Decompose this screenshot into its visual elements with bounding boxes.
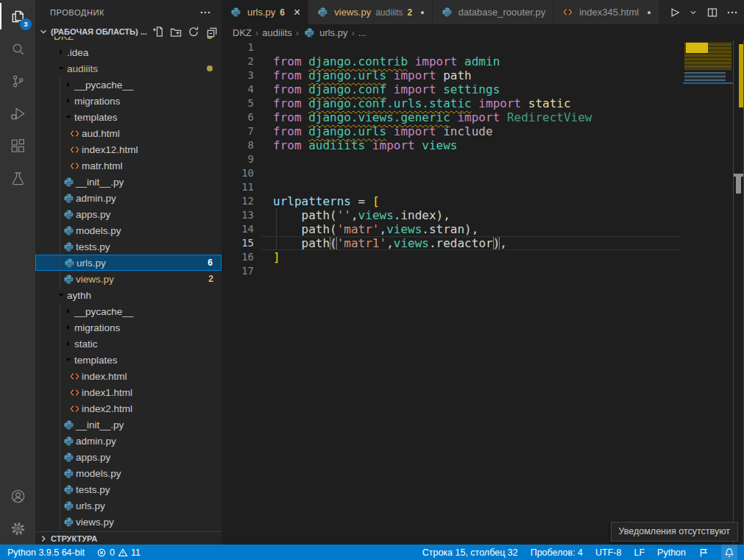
code-line[interactable]: 16]	[222, 250, 744, 264]
tree-item-.idea[interactable]: .idea	[35, 44, 222, 60]
tree-item-aud.html[interactable]: aud.html	[35, 125, 222, 141]
tree-item-admin.py[interactable]: admin.py	[35, 433, 222, 449]
tab-database_roouter.py[interactable]: database_roouter.py	[433, 0, 554, 24]
tab-urls.py[interactable]: urls.py6×	[222, 0, 308, 24]
close-icon[interactable]: ×	[294, 7, 300, 18]
tree-item-templates[interactable]: templates	[35, 109, 222, 125]
run-dropdown-icon[interactable]	[688, 7, 698, 18]
explorer-badge: 3	[20, 18, 32, 30]
breadcrumb-item-audiiits[interactable]: audiiits	[262, 27, 291, 38]
new-folder-icon[interactable]	[170, 26, 182, 38]
activity-run-debug[interactable]	[0, 97, 35, 130]
tree-item-views.py[interactable]: views.py2	[35, 271, 222, 287]
scrollbar[interactable]	[733, 40, 744, 545]
tree-item-models.py[interactable]: models.py	[35, 222, 222, 238]
tree-item-label: models.py	[76, 225, 121, 236]
tree-item-audiiits[interactable]: audiiits	[35, 60, 222, 77]
encoding-item[interactable]: UTF-8	[595, 545, 621, 560]
feedback-icon	[698, 547, 709, 558]
code-line[interactable]: 11	[222, 180, 744, 194]
eol-item[interactable]: LF	[634, 545, 645, 560]
code-line[interactable]: 5from django.conf.urls.static import sta…	[222, 96, 744, 110]
tree-item-tests.py[interactable]: tests.py	[35, 481, 222, 497]
tree-item-label: urls.py	[76, 500, 105, 511]
split-editor-icon[interactable]	[706, 7, 718, 18]
indentation-item[interactable]: Пробелов: 4	[531, 545, 583, 560]
tree-item-admin.py[interactable]: admin.py	[35, 190, 222, 206]
activity-search[interactable]	[0, 32, 35, 65]
tree-item-migrations[interactable]: migrations	[35, 319, 222, 336]
run-button-icon[interactable]	[668, 7, 680, 18]
tree-item-index2.html[interactable]: index2.html	[35, 400, 222, 417]
code-token: 'matr1'	[337, 236, 386, 250]
code-line[interactable]: 7from django.urls import include	[222, 124, 744, 138]
html-file-icon	[68, 129, 82, 138]
activity-testing[interactable]	[0, 162, 35, 194]
tree-item-models.py[interactable]: models.py	[35, 465, 222, 481]
code-line[interactable]: 14 path('matr',views.stran),	[222, 222, 744, 236]
tree-item-__init__.py[interactable]: __init__.py	[35, 174, 222, 190]
new-file-icon[interactable]	[152, 26, 164, 38]
tree-item-index1.html[interactable]: index1.html	[35, 384, 222, 400]
code-line[interactable]: 12urlpatterns = [	[222, 194, 744, 208]
problems-item[interactable]: 0 11	[96, 545, 141, 560]
language-label: Python	[657, 547, 686, 558]
tree-item-migrations[interactable]: migrations	[35, 93, 222, 109]
python-interpreter-item[interactable]: Python 3.9.5 64-bit	[7, 545, 85, 560]
tree-item-__pycache__[interactable]: __pycache__	[35, 77, 222, 93]
tree-item-label: audiiits	[67, 63, 98, 74]
activity-explorer[interactable]: 3	[0, 0, 35, 32]
code-line[interactable]: 2from django.contrib import admin	[222, 54, 744, 68]
tree-item-templates[interactable]: templates	[35, 352, 222, 368]
breadcrumb-item-urls.py[interactable]: urls.py	[302, 27, 347, 38]
code-line[interactable]: 6from django.views.generic import Redire…	[222, 110, 744, 124]
code-line[interactable]: 13 path('',views.index),	[222, 208, 744, 222]
notifications-bell[interactable]	[721, 545, 737, 560]
tree-item-views.py[interactable]: views.py	[35, 514, 222, 530]
tree-item-apps.py[interactable]: apps.py	[35, 206, 222, 222]
tab-index345.html[interactable]: index345.html●	[553, 0, 659, 24]
tree-item-static[interactable]: static	[35, 336, 222, 352]
activity-settings[interactable]	[0, 512, 35, 545]
tree-item-label: views.py	[76, 517, 114, 528]
refresh-icon[interactable]	[188, 26, 199, 38]
sidebar-more-actions-icon[interactable]	[199, 7, 211, 18]
activity-extensions[interactable]	[0, 130, 35, 162]
search-icon	[10, 40, 26, 57]
line-number: 6	[222, 110, 254, 124]
tree-item-matr.html[interactable]: matr.html	[35, 157, 222, 174]
code-line[interactable]: 9	[222, 152, 744, 166]
tree-item-urls.py[interactable]: urls.py	[35, 497, 222, 514]
tree-item-DKZ[interactable]: DKZ	[35, 37, 222, 44]
cursor-position-item[interactable]: Строка 15, столбец 32	[422, 545, 518, 560]
scrollbar-slider[interactable]	[736, 177, 741, 194]
tree-item-urls.py[interactable]: urls.py6	[35, 255, 222, 271]
code-line[interactable]: 10	[222, 166, 744, 180]
activity-source-control[interactable]	[0, 65, 35, 97]
code-line[interactable]: 15 path('matr1',views.redactor),	[222, 236, 744, 250]
language-mode-item[interactable]: Python	[657, 545, 686, 560]
tab-views.py[interactable]: views.pyaudiiits2●	[308, 0, 432, 24]
code-line[interactable]: 4from django.conf import settings	[222, 82, 744, 96]
code-line[interactable]: 17	[222, 264, 744, 278]
activity-account[interactable]	[0, 480, 35, 512]
code-line[interactable]: 3from django.urls import path	[222, 68, 744, 82]
code-line[interactable]: 1	[222, 40, 744, 54]
tree-item-__init__.py[interactable]: __init__.py	[35, 417, 222, 433]
collapse-all-icon[interactable]	[205, 26, 217, 38]
tree-item-index.html[interactable]: index.html	[35, 368, 222, 384]
code-line[interactable]: 8from audiiits import views	[222, 138, 744, 152]
more-actions-icon[interactable]	[726, 7, 738, 18]
tree-item-tests.py[interactable]: tests.py	[35, 238, 222, 255]
feedback-item[interactable]	[698, 545, 709, 560]
outline-section-header[interactable]: СТРУКТУРА	[35, 531, 222, 545]
tree-item-apps.py[interactable]: apps.py	[35, 449, 222, 465]
tree-item-index12.html[interactable]: index12.html	[35, 141, 222, 157]
breadcrumb-item-DKZ[interactable]: DKZ	[233, 27, 252, 38]
code-editor[interactable]: 12from django.contrib import admin3from …	[222, 40, 744, 545]
tree-item-__pycache__[interactable]: __pycache__	[35, 303, 222, 319]
tree-item-aythh[interactable]: aythh	[35, 287, 222, 303]
eol-label: LF	[634, 547, 645, 558]
minimap[interactable]	[683, 40, 733, 545]
breadcrumb-item-...[interactable]: ...	[358, 27, 366, 38]
